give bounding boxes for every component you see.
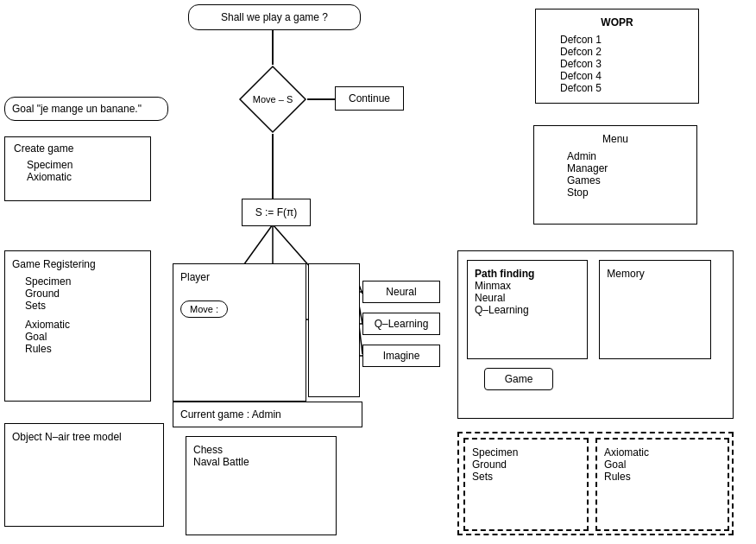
move-s-diamond: Move – S (238, 65, 307, 134)
menu-item-admin: Admin (567, 150, 690, 162)
create-game-item-1: Specimen (27, 159, 142, 171)
s-func-label: S := F(π) (255, 206, 298, 218)
goal-box: Goal "je mange un banane." (4, 97, 168, 121)
wopr-item-2: Defcon 2 (560, 46, 691, 58)
path-finding-item-2: Minmax (475, 280, 580, 292)
neural-box: Neural (362, 281, 440, 303)
wopr-item-5: Defcon 5 (560, 82, 691, 94)
create-game-item-2: Axiomatic (27, 171, 142, 183)
svg-line-4 (273, 225, 311, 268)
goal-label: Goal "je mange un banane." (12, 103, 142, 115)
menu-item-games: Games (567, 174, 690, 187)
path-finding-box: Path finding Minmax Neural Q–Learning (467, 260, 588, 359)
specimen-ground-sets-box: Specimen Ground Sets (463, 438, 589, 531)
gr-item-3: Sets (25, 300, 143, 312)
current-game-label: Current game : Admin (180, 408, 281, 421)
sgs-item-3: Sets (472, 471, 580, 483)
q-learning-box: Q–Learning (362, 313, 440, 335)
create-game-title: Create game (14, 142, 73, 155)
game-registering-box: Game Registering Specimen Ground Sets Ax… (4, 250, 151, 402)
menu-box: Menu Admin Manager Games Stop (533, 125, 697, 225)
menu-item-stop: Stop (567, 187, 690, 199)
move-oval: Move : (180, 300, 228, 318)
wopr-title: WOPR (601, 16, 633, 28)
menu-title: Menu (602, 133, 628, 145)
game-button[interactable]: Game (484, 368, 553, 390)
s-func-box: S := F(π) (242, 199, 311, 226)
bottom-dashed-outer: Specimen Ground Sets Axiomatic Goal Rule… (457, 432, 734, 535)
gr-item-2: Ground (25, 288, 143, 300)
naval-label: Naval Battle (193, 456, 329, 468)
memory-box: Memory (599, 260, 711, 359)
gr-item-1: Specimen (25, 275, 143, 288)
agr-item-2: Goal (604, 459, 721, 471)
imagine-label: Imagine (383, 350, 420, 362)
imagine-box: Imagine (362, 345, 440, 367)
path-finding-item-4: Q–Learning (475, 304, 580, 316)
q-learning-label: Q–Learning (375, 318, 429, 330)
diagram: Shall we play a game ? Move – S Continue… (0, 0, 756, 544)
game-registering-title: Game Registering (12, 258, 96, 270)
sgs-item-1: Specimen (472, 446, 580, 459)
continue-box: Continue (335, 86, 404, 111)
wopr-box: WOPR Defcon 1 Defcon 2 Defcon 3 Defcon 4… (535, 9, 699, 104)
sgs-item-2: Ground (472, 459, 580, 471)
wopr-item-1: Defcon 1 (560, 34, 691, 46)
agr-item-1: Axiomatic (604, 446, 721, 459)
right-large-box: Path finding Minmax Neural Q–Learning Me… (457, 250, 734, 419)
path-finding-item-3: Neural (475, 292, 580, 304)
chess-naval-box: Chess Naval Battle (186, 436, 337, 535)
shall-play-box: Shall we play a game ? (188, 4, 361, 30)
connector-split-box (308, 263, 360, 397)
menu-item-manager: Manager (567, 162, 690, 174)
continue-label: Continue (349, 92, 390, 104)
player-title: Player (180, 271, 210, 283)
game-btn-label: Game (505, 373, 533, 385)
chess-label: Chess (193, 444, 329, 456)
move-s-label: Move – S (253, 94, 293, 104)
shall-play-label: Shall we play a game ? (221, 11, 328, 23)
create-game-box: Create game Specimen Axiomatic (4, 136, 151, 201)
neural-label: Neural (386, 286, 416, 298)
axiomatic-goal-rules-box: Axiomatic Goal Rules (595, 438, 729, 531)
wopr-item-3: Defcon 3 (560, 58, 691, 70)
svg-line-3 (242, 225, 273, 268)
memory-label: Memory (607, 268, 644, 280)
agr-item-3: Rules (604, 471, 721, 483)
gr-item-5: Goal (25, 331, 143, 343)
gr-item-6: Rules (25, 343, 143, 355)
gr-item-4: Axiomatic (25, 319, 143, 331)
object-n-air-box: Object N–air tree model (4, 423, 164, 527)
current-game-box: Current game : Admin (173, 402, 362, 427)
player-box: Player Move : (173, 263, 306, 402)
wopr-item-4: Defcon 4 (560, 70, 691, 82)
object-n-air-label: Object N–air tree model (12, 431, 156, 443)
path-finding-item-1: Path finding (475, 268, 580, 280)
